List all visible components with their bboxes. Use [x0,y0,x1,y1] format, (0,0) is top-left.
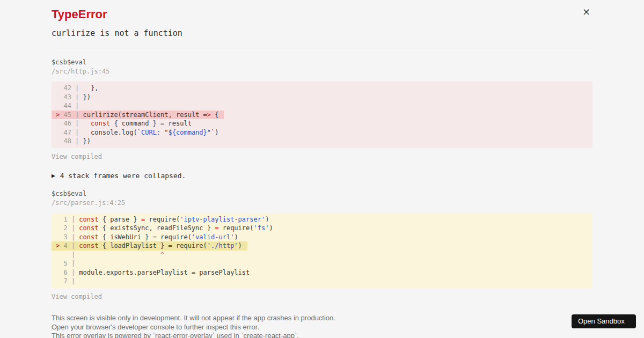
code-line: 42 | }, [52,84,592,93]
collapsed-frames-label: 4 stack frames were collapsed. [60,172,186,180]
code-line: 2 | const { existsSync, readFileSync } =… [52,224,592,233]
code-line: | ^ [52,251,592,260]
frame-function-name: $csb$eval [52,58,592,66]
footer-note: This error overlay is powered by `react-… [52,332,592,338]
page-title: TypeError [52,8,592,21]
error-message: curlirize is not a function [52,28,592,38]
stack-frame: $csb$eval /src/http.js:45 42 | }, 43 | }… [52,58,592,161]
view-compiled-link[interactable]: View compiled [52,153,102,160]
code-line: > 45 | curlirize(streamClient, result =>… [52,111,592,120]
code-line: 47 | console.log(`CURL: "${command}"`) [52,128,592,137]
footer-notes: This screen is visible only in developme… [52,314,592,338]
code-line: 5 | [52,259,592,268]
footer-note: This screen is visible only in developme… [52,314,592,323]
code-line: 46 | const { command } = result [52,119,592,128]
code-frame: 1 | const { parse } = require('iptv-play… [52,213,592,288]
error-overlay: TypeError curlirize is not a function $c… [0,0,644,338]
code-line: 6 | module.exports.parsePlaylist = parse… [52,268,592,277]
frame-function-name: $csb$eval [52,190,592,197]
code-line: 48 | }) [52,137,592,146]
code-line: 7 | [52,277,592,286]
view-compiled-link[interactable]: View compiled [52,293,102,300]
open-sandbox-button[interactable]: Open Sandbox [572,314,636,328]
expand-triangle-icon: ▶ [52,172,55,179]
code-line: 3 | const { isWebUri } = require('valid-… [52,233,592,242]
close-icon[interactable]: × [582,7,590,17]
code-line: 43 | }) [52,93,592,102]
code-frame: 42 | }, 43 | }) 44 | > 45 | curlirize(st… [52,82,592,148]
frame-source-location: /src/parser.js:4:25 [52,199,592,207]
collapsed-frames-toggle[interactable]: ▶ 4 stack frames were collapsed. [52,172,592,180]
code-line: 1 | const { parse } = require('iptv-play… [52,215,592,224]
code-line: > 4 | const { loadPlaylist } = require('… [52,241,592,251]
code-line: 44 | [52,101,592,111]
footer-note: Open your browser's developer console to… [52,323,592,332]
frame-source-location: /src/http.js:45 [52,68,592,75]
divider [52,48,592,48]
stack-frame: $csb$eval /src/parser.js:4:25 1 | const … [52,190,592,301]
